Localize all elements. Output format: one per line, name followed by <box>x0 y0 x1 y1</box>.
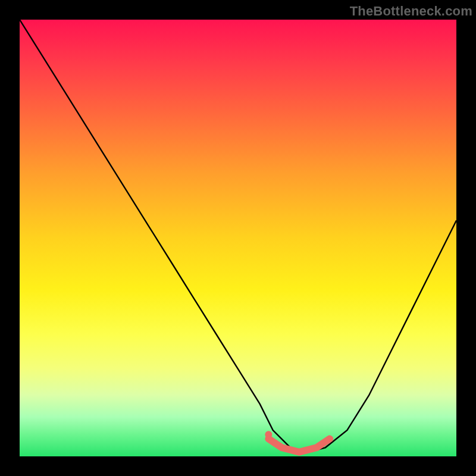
chart-svg <box>20 20 456 456</box>
bottleneck-curve <box>20 20 456 452</box>
watermark-label: TheBottleneck.com <box>350 4 472 19</box>
current-config-marker <box>265 431 272 438</box>
optimal-band <box>268 439 330 452</box>
